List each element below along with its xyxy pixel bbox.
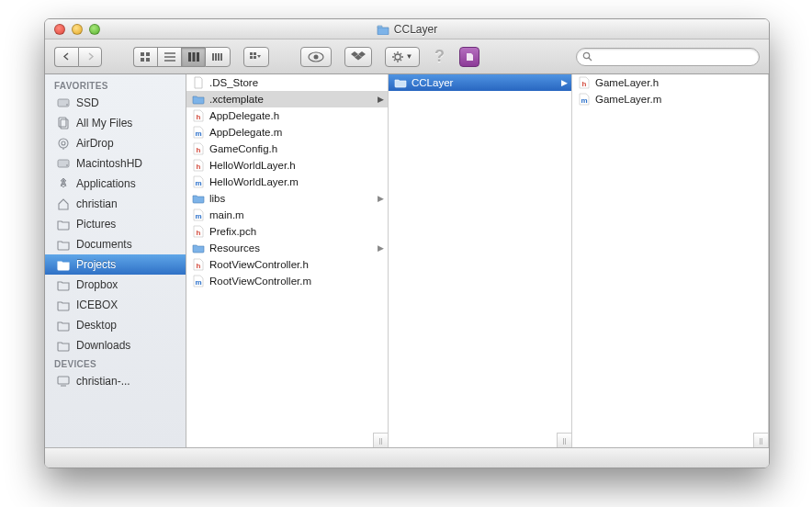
zoom-button[interactable] <box>89 24 100 35</box>
file-row[interactable]: hAppDelegate.h <box>186 107 388 124</box>
m-icon: m <box>192 175 205 188</box>
column-1: .DS_Store.xctemplate▶hAppDelegate.hmAppD… <box>186 74 389 447</box>
folder-icon <box>56 298 71 312</box>
file-label: RootViewController.m <box>209 276 311 287</box>
file-label: libs <box>209 193 225 204</box>
h-icon: h <box>192 258 205 271</box>
file-row[interactable]: CCLayer▶ <box>389 74 571 91</box>
statusbar <box>45 447 769 468</box>
sidebar-item-christian[interactable]: christian <box>45 194 186 214</box>
nav-buttons <box>54 47 102 67</box>
sidebar-item-documents[interactable]: Documents <box>45 234 186 254</box>
svg-rect-11 <box>212 53 214 61</box>
file-row[interactable]: mmain.m <box>186 207 388 223</box>
action-menu[interactable]: ▼ <box>385 47 420 67</box>
svg-rect-32 <box>58 99 69 107</box>
file-row[interactable]: hPrefix.pch <box>186 223 388 240</box>
home-icon <box>56 197 71 211</box>
search-input[interactable] <box>592 51 753 62</box>
svg-line-26 <box>394 53 395 54</box>
file-label: Prefix.pch <box>209 226 256 237</box>
view-icon-button[interactable] <box>133 47 157 67</box>
svg-text:h: h <box>197 113 201 121</box>
file-row[interactable]: mAppDelegate.m <box>186 124 388 141</box>
sidebar-item-label: christian <box>76 197 118 210</box>
disclosure-arrow-icon: ▶ <box>561 78 568 87</box>
column-3: hGameLayer.hmGameLayer.m|| <box>572 74 769 447</box>
sidebar-item-label: christian-... <box>76 375 130 388</box>
file-row[interactable]: .DS_Store <box>186 74 388 91</box>
computer-icon <box>56 374 71 389</box>
svg-rect-15 <box>250 52 253 55</box>
sidebar-item-airdrop[interactable]: AirDrop <box>45 133 186 153</box>
sidebar-item-pictures[interactable]: Pictures <box>45 214 186 234</box>
column-resize-handle[interactable]: || <box>753 433 768 447</box>
sidebar-item-desktop[interactable]: Desktop <box>45 315 186 335</box>
file-row[interactable]: mGameLayer.m <box>572 91 768 107</box>
svg-text:m: m <box>195 278 201 287</box>
sidebar-item-applications[interactable]: AApplications <box>45 174 186 194</box>
arrange-menu[interactable] <box>243 47 269 67</box>
file-label: CCLayer <box>412 77 453 88</box>
forward-button[interactable] <box>78 47 102 67</box>
folder-sm-icon <box>192 93 205 106</box>
sidebar-item-downloads[interactable]: Downloads <box>45 335 186 355</box>
h-icon: h <box>192 225 205 238</box>
view-list-button[interactable] <box>157 47 181 67</box>
file-row[interactable]: mHelloWorldLayer.m <box>186 174 388 190</box>
search-field[interactable] <box>576 48 760 66</box>
file-label: Resources <box>209 242 260 254</box>
sidebar-item-projects[interactable]: Projects <box>45 254 186 275</box>
view-column-button[interactable] <box>181 47 205 67</box>
doc-icon <box>192 76 205 89</box>
svg-rect-14 <box>220 53 222 61</box>
dropbox-button[interactable] <box>344 47 372 67</box>
sidebar-item-macintoshhd[interactable]: MacintoshHD <box>45 153 186 174</box>
sidebar-item-dropbox[interactable]: Dropbox <box>45 275 186 295</box>
file-row[interactable]: hGameLayer.h <box>572 74 768 91</box>
help-icon[interactable]: ? <box>433 47 446 66</box>
file-row[interactable]: hHelloWorldLayer.h <box>186 157 388 174</box>
file-row[interactable]: hGameConfig.h <box>186 141 388 157</box>
quicklook-button[interactable] <box>300 47 332 67</box>
svg-point-20 <box>314 54 319 59</box>
custom-purple-button[interactable] <box>459 47 479 67</box>
file-label: .DS_Store <box>209 77 258 88</box>
column-resize-handle[interactable]: || <box>373 433 388 447</box>
file-label: AppDelegate.h <box>209 110 279 121</box>
apps-icon: A <box>56 176 71 191</box>
sidebar-item-ssd[interactable]: SSD <box>45 93 186 113</box>
svg-rect-39 <box>58 160 69 167</box>
disclosure-arrow-icon: ▶ <box>378 95 384 104</box>
sidebar-item-label: Pictures <box>76 218 116 231</box>
m-icon: m <box>192 208 205 221</box>
hdd-icon <box>56 156 71 171</box>
svg-point-36 <box>59 139 68 148</box>
column-resize-handle[interactable]: || <box>557 433 571 447</box>
sidebar-item-icebox[interactable]: ICEBOX <box>45 295 186 315</box>
folder-sm-icon <box>192 192 205 205</box>
view-coverflow-button[interactable] <box>205 47 231 67</box>
sidebar-item-label: Desktop <box>76 319 117 332</box>
close-button[interactable] <box>54 24 65 35</box>
minimize-button[interactable] <box>72 24 83 35</box>
svg-rect-8 <box>188 52 191 62</box>
svg-text:m: m <box>195 179 201 187</box>
m-icon: m <box>578 93 591 106</box>
sidebar-item-all-my-files[interactable]: All My Files <box>45 113 186 133</box>
hdd-icon <box>56 96 71 110</box>
file-row[interactable]: hRootViewController.h <box>186 256 388 273</box>
folder-icon <box>56 237 71 252</box>
disclosure-arrow-icon: ▶ <box>378 194 384 203</box>
folder-icon <box>56 277 71 292</box>
sidebar-item-christian-[interactable]: christian-... <box>45 371 186 391</box>
file-row[interactable]: .xctemplate▶ <box>186 91 388 107</box>
back-button[interactable] <box>54 47 78 67</box>
file-row[interactable]: mRootViewController.m <box>186 273 388 289</box>
file-row[interactable]: libs▶ <box>186 190 388 207</box>
file-row[interactable]: Resources▶ <box>186 240 388 256</box>
sidebar-item-label: SSD <box>76 96 99 109</box>
svg-text:h: h <box>197 163 201 171</box>
svg-rect-2 <box>146 52 150 56</box>
m-icon: m <box>192 126 205 139</box>
